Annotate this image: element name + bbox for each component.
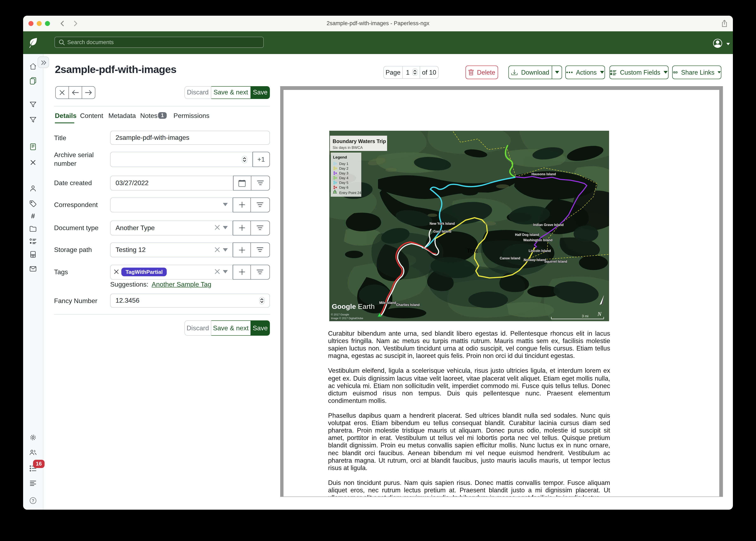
svg-text:Google Earth: Google Earth <box>332 302 374 310</box>
svg-text:Canoe Island: Canoe Island <box>500 256 520 260</box>
svg-text:Day 6: Day 6 <box>339 185 348 189</box>
svg-text:Half Dog Island: Half Dog Island <box>515 233 539 236</box>
svg-text:N: N <box>597 310 601 317</box>
svg-text:Mile Island: Mile Island <box>379 301 396 304</box>
svg-text:Gary Island: Gary Island <box>433 230 451 233</box>
svg-text:Day 2: Day 2 <box>339 166 348 170</box>
svg-text:Charlies Island: Charlies Island <box>396 303 419 306</box>
svg-text:Norway Island: Norway Island <box>523 258 546 262</box>
svg-text:Entry Point 24: Entry Point 24 <box>339 191 361 195</box>
svg-text:Day 4: Day 4 <box>339 176 348 180</box>
svg-text:Squirrel Island: Squirrel Island <box>544 260 567 263</box>
svg-text:Six days in BWCA: Six days in BWCA <box>332 145 363 150</box>
svg-text:Boundary Waters Trip: Boundary Waters Trip <box>332 138 386 144</box>
svg-text:Day 5: Day 5 <box>339 181 348 185</box>
svg-text:Legend: Legend <box>333 155 347 159</box>
svg-text:Day 1: Day 1 <box>339 162 348 166</box>
svg-text:© 2017 Google: © 2017 Google <box>331 313 349 316</box>
svg-text:3 mi: 3 mi <box>582 314 588 318</box>
svg-text:Text: Text <box>467 247 477 254</box>
svg-text:New York Island: New York Island <box>429 222 455 225</box>
svg-text:Washington Island: Washington Island <box>523 238 552 242</box>
svg-text:Indian Grave Island: Indian Grave Island <box>533 223 563 227</box>
svg-text:Day 3: Day 3 <box>339 171 348 175</box>
svg-text:Hausons Island: Hausons Island <box>531 172 556 176</box>
svg-text:Lincoln Island: Lincoln Island <box>528 249 551 253</box>
svg-text:Image © 2017 DigitalGlobe: Image © 2017 DigitalGlobe <box>331 316 363 319</box>
